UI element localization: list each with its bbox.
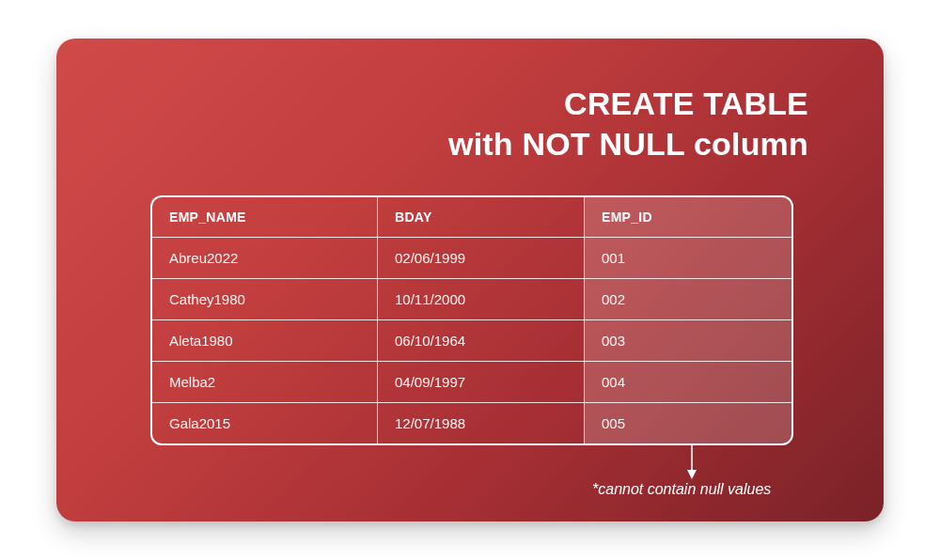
cell-bday: 12/07/1988 [378,403,585,443]
cell-emp-id: 004 [585,362,791,403]
table-row: Cathey1980 10/11/2000 002 [152,279,791,320]
diagram-card: CREATE TABLE with NOT NULL column EMP_NA… [56,39,884,521]
header-emp-name: EMP_NAME [152,197,378,238]
header-bday: BDAY [378,197,585,238]
header-emp-id: EMP_ID [585,197,791,238]
annotation-group: *cannot contain null values [150,445,790,511]
page-title: CREATE TABLE with NOT NULL column [132,84,808,163]
cell-emp-name: Abreu2022 [152,238,378,279]
cell-emp-name: Melba2 [152,362,378,403]
cell-bday: 02/06/1999 [378,238,585,279]
cell-bday: 04/09/1997 [378,362,585,403]
cell-bday: 10/11/2000 [378,279,585,320]
cell-emp-id: 002 [585,279,791,320]
cell-emp-id: 005 [585,403,791,443]
employee-table: EMP_NAME BDAY EMP_ID Abreu2022 02/06/199… [150,195,793,445]
table-row: Abreu2022 02/06/1999 001 [152,238,791,279]
table-row: Aleta1980 06/10/1964 003 [152,320,791,362]
cell-emp-name: Aleta1980 [152,320,378,362]
cell-emp-name: Gala2015 [152,403,378,443]
annotation-text: *cannot contain null values [592,481,771,498]
table-header-row: EMP_NAME BDAY EMP_ID [152,197,791,238]
svg-marker-1 [687,470,697,479]
cell-emp-id: 001 [585,238,791,279]
cell-bday: 06/10/1964 [378,320,585,362]
title-line-1: CREATE TABLE [564,86,808,121]
table-row: Melba2 04/09/1997 004 [152,362,791,403]
title-line-2: with NOT NULL column [132,124,808,164]
cell-emp-id: 003 [585,320,791,362]
table-container: EMP_NAME BDAY EMP_ID Abreu2022 02/06/199… [150,195,790,445]
table-row: Gala2015 12/07/1988 005 [152,403,791,443]
cell-emp-name: Cathey1980 [152,279,378,320]
